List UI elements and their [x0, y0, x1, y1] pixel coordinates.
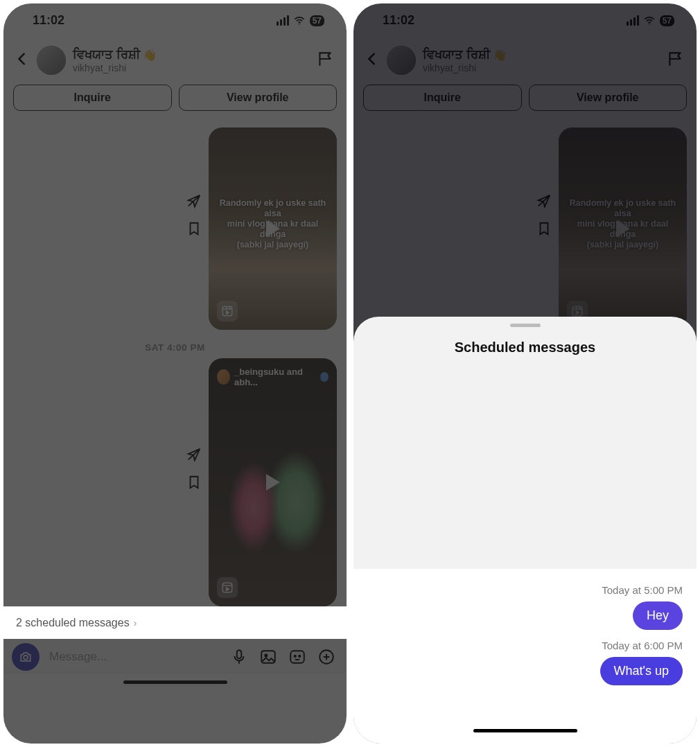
status-bar: 11:02 57	[353, 3, 697, 32]
header-buttons: Inquire View profile	[353, 82, 697, 116]
svg-rect-1	[222, 306, 232, 316]
media-row-1: Randomly ek jo uske sath aisa mini vlog …	[363, 128, 687, 330]
home-indicator	[473, 729, 577, 732]
chevron-right-icon: ›	[134, 617, 137, 629]
camera-button[interactable]	[12, 643, 40, 671]
inquire-button[interactable]: Inquire	[13, 85, 172, 111]
media-side-icons	[536, 128, 552, 330]
svg-rect-5	[261, 651, 275, 662]
chat-body: Randomly ek jo uske sath aisa mini vlog …	[353, 116, 697, 330]
header-buttons: Inquire View profile	[3, 82, 347, 116]
scheduled-bubble[interactable]: What's up	[600, 657, 683, 685]
chip-username: _beingsuku and abh...	[234, 367, 316, 387]
reels-icon	[217, 301, 238, 322]
status-time: 11:02	[383, 13, 414, 28]
share-icon[interactable]	[536, 193, 552, 209]
svg-point-9	[299, 656, 300, 657]
bookmark-icon[interactable]	[536, 221, 552, 236]
shared-reel-1[interactable]: Randomly ek jo uske sath aisa mini vlog …	[209, 128, 337, 330]
battery-icon: 57	[310, 15, 324, 26]
status-right: 57	[277, 15, 324, 27]
display-name-emoji: 👋	[143, 49, 157, 61]
back-button[interactable]	[15, 50, 30, 71]
username: vikhyat_rishi	[73, 62, 309, 73]
play-icon	[266, 474, 280, 491]
svg-rect-12	[572, 306, 582, 316]
message-input[interactable]: Message...	[49, 650, 220, 664]
scheduled-time: Today at 6:00 PM	[602, 640, 683, 651]
svg-rect-2	[222, 583, 232, 592]
play-icon	[616, 220, 630, 237]
media-side-icons	[186, 128, 202, 330]
display-name: ਵਿਖਯਾਤ ਰਿਸ਼ੀ	[73, 48, 140, 62]
sticker-icon[interactable]	[288, 648, 306, 666]
phone-right: 11:02 57 ਵਿਖਯਾਤ ਰਿਸ਼ੀ 👋 vikhyat_rishi In…	[353, 3, 697, 744]
sheet-messages: Today at 5:00 PM Hey Today at 6:00 PM Wh…	[353, 569, 697, 744]
sheet-spacer	[353, 361, 697, 569]
chat-header: ਵਿਖਯਾਤ ਰਿਸ਼ੀ 👋 vikhyat_rishi	[3, 32, 347, 82]
plus-icon[interactable]	[317, 648, 335, 666]
name-block[interactable]: ਵਿਖਯਾਤ ਰਿਸ਼ੀ 👋 vikhyat_rishi	[423, 48, 659, 73]
status-bar: 11:02 57	[3, 3, 347, 32]
sheet-grabber[interactable]	[510, 324, 541, 327]
verified-icon	[320, 372, 329, 382]
wifi-icon	[293, 15, 306, 27]
username: vikhyat_rishi	[423, 62, 659, 73]
message-composer: Message...	[3, 639, 347, 674]
mic-icon[interactable]	[230, 648, 248, 666]
view-profile-button[interactable]: View profile	[179, 85, 338, 111]
bookmark-icon[interactable]	[186, 221, 202, 236]
chat-body: Randomly ek jo uske sath aisa mini vlog …	[3, 116, 347, 606]
svg-point-3	[24, 656, 28, 660]
avatar[interactable]	[37, 46, 66, 75]
reel-user-chip: _beingsuku and abh...	[217, 367, 329, 387]
scheduled-messages-sheet: Scheduled messages Today at 5:00 PM Hey …	[353, 317, 697, 744]
status-right: 57	[627, 15, 674, 27]
wifi-icon	[643, 15, 656, 27]
back-button[interactable]	[365, 50, 380, 71]
status-time: 11:02	[33, 13, 64, 28]
media-row-2: _beingsuku and abh...	[13, 358, 337, 606]
play-icon	[266, 220, 280, 237]
name-block[interactable]: ਵਿਖਯਾਤ ਰਿਸ਼ੀ 👋 vikhyat_rishi	[73, 48, 309, 73]
display-name: ਵਿਖਯਾਤ ਰਿਸ਼ੀ	[423, 48, 490, 62]
svg-rect-4	[237, 650, 242, 658]
bookmark-icon[interactable]	[186, 475, 202, 490]
avatar[interactable]	[387, 46, 416, 75]
inquire-button[interactable]: Inquire	[363, 85, 522, 111]
cellular-icon	[277, 15, 289, 26]
shared-reel-2[interactable]: _beingsuku and abh...	[209, 358, 337, 606]
svg-rect-7	[290, 651, 304, 662]
shared-reel-1[interactable]: Randomly ek jo uske sath aisa mini vlog …	[559, 128, 687, 330]
view-profile-button[interactable]: View profile	[529, 85, 688, 111]
share-icon[interactable]	[186, 193, 202, 209]
cellular-icon	[627, 15, 639, 26]
media-row-1: Randomly ek jo uske sath aisa mini vlog …	[13, 128, 337, 330]
sheet-title: Scheduled messages	[353, 340, 697, 355]
scheduled-time: Today at 5:00 PM	[602, 584, 683, 596]
chat-header: ਵਿਖਯਾਤ ਰਿਸ਼ੀ 👋 vikhyat_rishi	[353, 32, 697, 82]
svg-point-11	[649, 24, 650, 25]
display-name-emoji: 👋	[493, 49, 507, 61]
battery-icon: 57	[660, 15, 674, 26]
home-indicator	[123, 680, 227, 684]
reels-icon	[217, 577, 238, 598]
timestamp-label: SAT 4:00 PM	[13, 342, 337, 353]
svg-point-6	[265, 654, 267, 656]
phone-left: 11:02 57 ਵਿਖਯਾਤ ਰਿਸ਼ੀ 👋 vikhyat_rishi In…	[3, 3, 347, 744]
scheduled-messages-strip[interactable]: 2 scheduled messages ›	[3, 606, 347, 639]
flag-icon[interactable]	[316, 50, 334, 71]
svg-point-0	[299, 24, 300, 25]
svg-point-8	[295, 656, 296, 657]
scheduled-bubble[interactable]: Hey	[633, 601, 683, 630]
media-side-icons	[186, 358, 202, 606]
chip-avatar	[217, 369, 230, 385]
scheduled-label: 2 scheduled messages	[16, 617, 130, 629]
flag-icon[interactable]	[666, 50, 684, 71]
image-icon[interactable]	[259, 648, 277, 666]
share-icon[interactable]	[186, 447, 202, 462]
